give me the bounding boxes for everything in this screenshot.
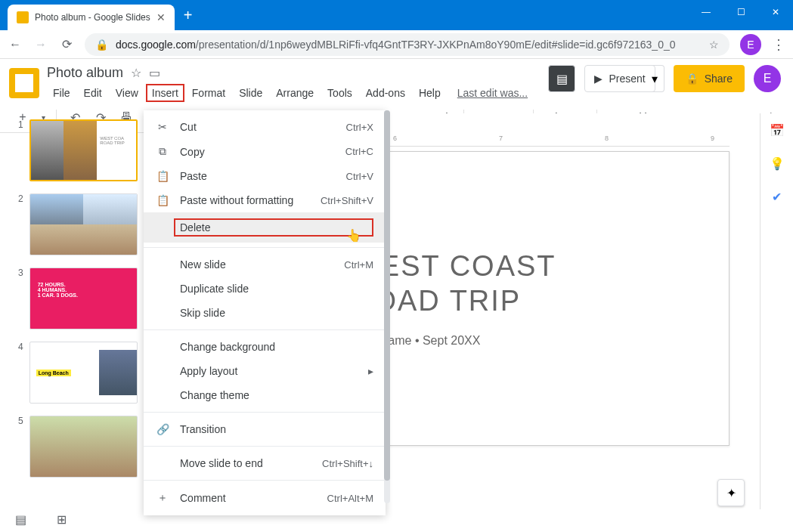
explore-icon: ✦ xyxy=(726,486,736,500)
context-menu: ✂CutCtrl+X ⧉CopyCtrl+C 📋PasteCtrl+V 📋Pas… xyxy=(144,110,386,515)
explore-button[interactable]: ✦ xyxy=(717,479,745,506)
side-panel: 📅 💡 ✔ xyxy=(760,113,793,509)
present-label: Present xyxy=(609,73,645,85)
menu-tools[interactable]: Tools xyxy=(321,84,358,102)
paste-plain-icon: 📋 xyxy=(156,194,169,206)
filmstrip-view-button[interactable]: ▤ xyxy=(15,512,26,527)
star-icon[interactable]: ☆ xyxy=(131,66,141,80)
caret-down-icon: ▾ xyxy=(652,72,658,86)
slide-filmstrip: 1 WEST COA ROAD TRIP 2 3 72 HOURS. 4 HUM… xyxy=(0,113,144,509)
browser-menu-icon[interactable]: ⋮ xyxy=(772,36,785,53)
slide-thumbnail-4[interactable]: Long Beach xyxy=(29,342,138,404)
copy-icon: ⧉ xyxy=(156,145,169,158)
slide-thumbnail-2[interactable] xyxy=(29,193,138,255)
separator xyxy=(144,480,386,481)
new-tab-button[interactable]: + xyxy=(184,7,193,24)
ctx-skip-slide[interactable]: Skip slide xyxy=(144,301,386,325)
bottom-bar: ▤ ⊞ xyxy=(0,509,793,529)
ctx-duplicate-slide[interactable]: Duplicate slide xyxy=(144,277,386,301)
slide-number: 1 xyxy=(18,119,23,181)
menu-view[interactable]: View xyxy=(110,84,144,102)
scrollbar-thumb[interactable] xyxy=(384,110,390,481)
ctx-comment[interactable]: ＋CommentCtrl+Alt+M xyxy=(144,485,386,511)
comment-icon: ▤ xyxy=(556,72,568,86)
forward-button[interactable]: → xyxy=(33,38,48,51)
lock-icon: 🔒 xyxy=(95,39,108,51)
keep-icon[interactable]: 💡 xyxy=(768,154,786,172)
account-avatar[interactable]: E xyxy=(754,65,781,92)
ctx-apply-layout[interactable]: Apply layout▸ xyxy=(144,359,386,383)
submenu-arrow-icon: ▸ xyxy=(368,365,373,377)
ctx-change-background[interactable]: Change background xyxy=(144,335,386,359)
menu-addons[interactable]: Add-ons xyxy=(360,84,411,102)
comments-button[interactable]: ▤ xyxy=(548,65,575,92)
url-host: docs.google.com xyxy=(116,39,196,51)
back-button[interactable]: ← xyxy=(8,38,23,51)
close-window-button[interactable]: ✕ xyxy=(758,0,793,24)
slide-number: 3 xyxy=(18,268,23,329)
ctx-cut[interactable]: ✂CutCtrl+X xyxy=(144,115,386,139)
menubar: File Edit View Insert Format Slide Arran… xyxy=(47,84,541,102)
main-area: 1 WEST COA ROAD TRIP 2 3 72 HOURS. 4 HUM… xyxy=(0,113,793,509)
document-title[interactable]: Photo album xyxy=(47,65,123,81)
reload-button[interactable]: ⟳ xyxy=(59,37,74,51)
ctx-new-slide[interactable]: New slideCtrl+M xyxy=(144,252,386,277)
slide-thumbnail-3[interactable]: 72 HOURS. 4 HUMANS. 1 CAR. 3 DOGS. xyxy=(29,268,138,329)
present-button[interactable]: ▶ Present xyxy=(584,65,655,92)
app-header: Photo album ☆ ▭ File Edit View Insert Fo… xyxy=(0,59,793,102)
slides-favicon xyxy=(17,11,29,23)
url-path: /presentation/d/1np6weydMBLRiFfi-vfq4Gnt… xyxy=(196,39,676,51)
ctx-paste[interactable]: 📋PasteCtrl+V xyxy=(144,164,386,188)
last-edit-link[interactable]: Last edit was... xyxy=(457,87,528,99)
present-dropdown[interactable]: ▾ xyxy=(646,65,664,92)
share-label: Share xyxy=(705,73,733,85)
separator xyxy=(144,412,386,413)
cursor-pointer-icon: 👆 xyxy=(346,228,361,243)
share-button[interactable]: 🔒 Share xyxy=(674,65,745,92)
slide-thumbnail-1[interactable]: WEST COA ROAD TRIP xyxy=(29,119,138,181)
cut-icon: ✂ xyxy=(156,121,169,133)
tasks-icon[interactable]: ✔ xyxy=(768,187,786,206)
grid-view-button[interactable]: ⊞ xyxy=(57,512,67,527)
paste-icon: 📋 xyxy=(156,170,169,182)
present-icon: ▶ xyxy=(594,73,602,85)
separator xyxy=(144,247,386,248)
menu-arrange[interactable]: Arrange xyxy=(270,84,320,102)
slide-thumbnail-5[interactable] xyxy=(29,416,138,478)
tab-close-icon[interactable]: ✕ xyxy=(156,11,166,23)
slide-title-line2[interactable]: ROAD TRIP xyxy=(352,284,711,319)
menu-slide[interactable]: Slide xyxy=(233,84,268,102)
move-icon[interactable]: ▭ xyxy=(149,66,160,80)
tab-strip: Photo album - Google Slides ✕ + xyxy=(0,0,192,30)
tab-title: Photo album - Google Slides xyxy=(35,12,150,23)
window-controls: — ☐ ✕ xyxy=(689,0,793,24)
url-input[interactable]: 🔒 docs.google.com/presentation/d/1np6wey… xyxy=(85,33,729,56)
slide-number: 2 xyxy=(18,193,23,255)
ctx-change-theme[interactable]: Change theme xyxy=(144,383,386,407)
menu-file[interactable]: File xyxy=(47,84,76,102)
browser-tab[interactable]: Photo album - Google Slides ✕ xyxy=(8,5,175,30)
menu-format[interactable]: Format xyxy=(186,84,231,102)
bookmark-star-icon[interactable]: ☆ xyxy=(709,39,719,51)
ctx-move-slide-end[interactable]: Move slide to endCtrl+Shift+↓ xyxy=(144,451,386,475)
slide-subtitle[interactable]: Your Name • Sept 20XX xyxy=(352,334,711,348)
lock-icon: 🔒 xyxy=(686,73,699,85)
slide-number: 4 xyxy=(18,342,23,404)
menu-insert[interactable]: Insert xyxy=(146,84,184,102)
calendar-icon[interactable]: 📅 xyxy=(768,121,786,139)
ctx-transition[interactable]: 🔗Transition xyxy=(144,417,386,441)
separator xyxy=(144,446,386,447)
menu-help[interactable]: Help xyxy=(413,84,447,102)
minimize-button[interactable]: — xyxy=(689,0,723,24)
slides-logo-icon[interactable] xyxy=(9,68,39,98)
ctx-copy[interactable]: ⧉CopyCtrl+C xyxy=(144,139,386,164)
browser-profile-avatar[interactable]: E xyxy=(740,34,761,55)
slide-number: 5 xyxy=(18,416,23,478)
maximize-button[interactable]: ☐ xyxy=(723,0,758,24)
transition-icon: 🔗 xyxy=(156,423,169,435)
slide-title-line1[interactable]: WEST COAST xyxy=(352,249,711,284)
add-comment-icon: ＋ xyxy=(156,491,169,505)
address-bar-row: ← → ⟳ 🔒 docs.google.com/presentation/d/1… xyxy=(0,30,793,59)
ctx-paste-without-formatting[interactable]: 📋Paste without formattingCtrl+Shift+V xyxy=(144,188,386,212)
menu-edit[interactable]: Edit xyxy=(78,84,108,102)
